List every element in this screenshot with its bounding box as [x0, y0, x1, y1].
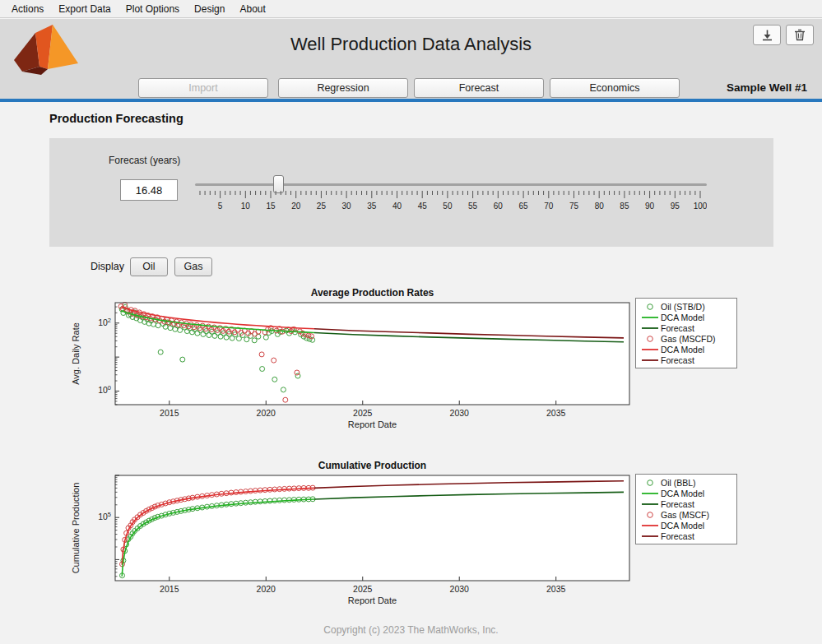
- svg-text:35: 35: [367, 202, 377, 211]
- legend-label: DCA Model: [661, 313, 704, 322]
- well-name-label: Sample Well #1: [727, 81, 807, 94]
- svg-text:100: 100: [694, 202, 707, 211]
- gas-toggle-button[interactable]: Gas: [174, 257, 212, 276]
- menu-bar: Actions Export Data Plot Options Design …: [0, 0, 822, 18]
- svg-text:Cumulative Production: Cumulative Production: [71, 483, 81, 574]
- tab-economics[interactable]: Economics: [550, 78, 680, 98]
- display-label: Display: [91, 261, 124, 272]
- export-figure-button[interactable]: [753, 25, 781, 45]
- trash-icon: [794, 29, 806, 41]
- legend-label: Forecast: [661, 499, 694, 509]
- svg-text:25: 25: [317, 202, 327, 211]
- menu-about[interactable]: About: [232, 2, 272, 16]
- svg-text:95: 95: [671, 202, 680, 211]
- svg-text:2030: 2030: [450, 584, 470, 594]
- svg-text:2035: 2035: [546, 408, 566, 418]
- svg-text:2015: 2015: [160, 584, 179, 594]
- svg-text:100: 100: [98, 384, 111, 395]
- svg-text:45: 45: [418, 202, 428, 211]
- legend-label: DCA Model: [661, 489, 704, 498]
- legend-label: Forecast: [661, 531, 694, 541]
- svg-text:65: 65: [519, 202, 529, 211]
- menu-plot-options[interactable]: Plot Options: [118, 2, 187, 16]
- svg-text:20: 20: [291, 202, 301, 211]
- section-title: Production Forecasting: [49, 112, 183, 125]
- legend-label: Oil (BBL): [661, 478, 696, 488]
- delete-button[interactable]: [786, 25, 814, 45]
- svg-text:5: 5: [218, 202, 223, 211]
- slider-track[interactable]: [195, 183, 707, 186]
- legend-label: Gas (MSCF): [661, 510, 709, 520]
- svg-text:90: 90: [645, 202, 655, 211]
- forecast-years-label: Forecast (years): [109, 155, 180, 166]
- svg-text:2020: 2020: [257, 408, 276, 418]
- svg-text:2015: 2015: [160, 408, 179, 418]
- accent-bar: [0, 99, 822, 102]
- svg-text:60: 60: [494, 202, 504, 211]
- tab-forecast[interactable]: Forecast: [414, 78, 544, 98]
- svg-text:2025: 2025: [353, 408, 373, 418]
- svg-text:Report Date: Report Date: [348, 419, 397, 429]
- oil-toggle-button[interactable]: Oil: [130, 257, 168, 276]
- svg-text:Cumulative Production: Cumulative Production: [318, 460, 426, 471]
- legend-label: Gas (MSCFD): [661, 334, 716, 344]
- svg-text:Average Production Rates: Average Production Rates: [311, 287, 434, 299]
- legend-label: Forecast: [661, 323, 694, 333]
- svg-text:40: 40: [392, 202, 402, 211]
- svg-text:30: 30: [342, 202, 352, 211]
- svg-text:55: 55: [468, 202, 478, 211]
- svg-text:2025: 2025: [353, 584, 373, 594]
- menu-actions[interactable]: Actions: [7, 2, 51, 16]
- legend-entry: Forecast: [636, 354, 736, 365]
- menu-export-data[interactable]: Export Data: [51, 2, 118, 16]
- menu-design[interactable]: Design: [187, 2, 232, 16]
- svg-text:75: 75: [569, 202, 579, 211]
- svg-text:105: 105: [98, 511, 111, 521]
- svg-text:10: 10: [241, 202, 251, 211]
- forecast-slider[interactable]: 5101520253035404550556065707580859095100: [195, 173, 707, 220]
- slider-tick-marks: 5101520253035404550556065707580859095100: [195, 189, 707, 219]
- legend-label: Oil (STB/D): [661, 302, 705, 312]
- cumulative-legend: Oil (BBL)DCA ModelForecastGas (MSCF)DCA …: [635, 474, 737, 544]
- forecast-panel: Forecast (years) 51015202530354045505560…: [49, 138, 773, 247]
- svg-text:Report Date: Report Date: [348, 595, 397, 605]
- svg-text:2020: 2020: [257, 584, 276, 594]
- legend-entry: Forecast: [636, 530, 736, 541]
- svg-text:102: 102: [98, 317, 111, 327]
- legend-label: DCA Model: [661, 521, 704, 530]
- svg-text:50: 50: [443, 202, 453, 211]
- copyright-text: Copyright (c) 2023 The MathWorks, Inc.: [0, 624, 822, 636]
- svg-text:2030: 2030: [450, 408, 470, 418]
- tab-import: Import: [138, 78, 268, 98]
- forecast-value-input[interactable]: [120, 179, 178, 201]
- header: Well Production Data Analysis Import Reg…: [0, 19, 822, 99]
- page-title: Well Production Data Analysis: [0, 34, 822, 55]
- tab-regression[interactable]: Regression: [278, 78, 408, 98]
- svg-text:15: 15: [266, 202, 276, 211]
- svg-text:70: 70: [544, 202, 554, 211]
- svg-text:85: 85: [620, 202, 629, 211]
- download-icon: [761, 29, 773, 41]
- legend-label: Forecast: [661, 355, 694, 365]
- legend-label: DCA Model: [661, 345, 704, 354]
- rates-legend: Oil (STB/D)DCA ModelForecastGas (MSCFD)D…: [635, 298, 737, 368]
- svg-text:Avg. Daily Rate: Avg. Daily Rate: [71, 322, 81, 385]
- svg-text:2035: 2035: [546, 584, 566, 594]
- svg-text:80: 80: [595, 202, 605, 211]
